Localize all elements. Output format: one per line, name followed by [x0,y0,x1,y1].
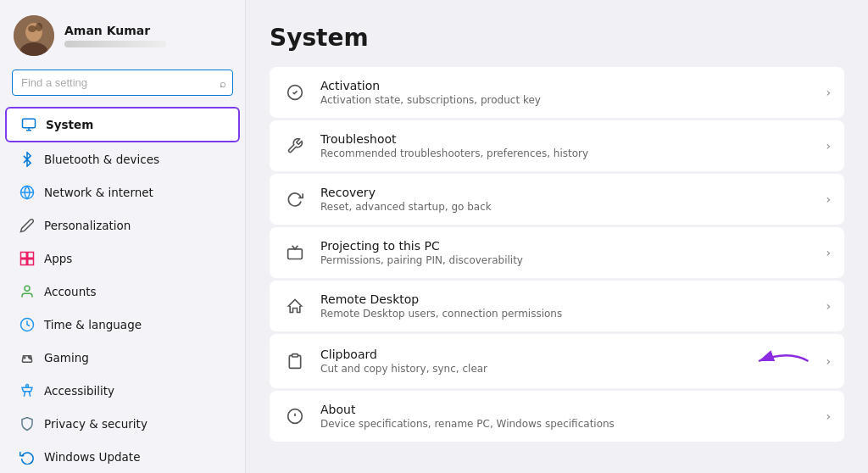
sidebar-item-label-time: Time & language [44,318,226,331]
sidebar-item-system[interactable]: System [5,107,240,142]
sidebar-item-label-personalization: Personalization [44,219,226,232]
sidebar-item-label-accessibility: Accessibility [44,384,226,398]
sidebar-item-accounts[interactable]: Accounts [5,275,240,308]
recovery-text: Recovery Reset, advanced startup, go bac… [320,186,812,213]
sidebar-item-privacy[interactable]: Privacy & security [5,408,240,440]
search-icon: ⌕ [220,76,226,89]
settings-item-activation[interactable]: Activation Activation state, subscriptio… [270,67,844,118]
privacy-icon [19,415,36,432]
accounts-icon [19,283,36,300]
about-chevron: › [826,409,831,423]
sidebar-item-apps[interactable]: Apps [5,242,240,275]
svg-point-20 [26,385,29,387]
sidebar-item-bluetooth[interactable]: Bluetooth & devices [5,143,240,175]
activation-icon [283,81,307,104]
sidebar-item-time[interactable]: Time & language [5,309,240,341]
activation-desc: Activation state, subscriptions, product… [320,94,812,106]
about-icon [283,404,307,428]
about-text: About Device specifications, rename PC, … [320,403,812,430]
clipboard-title: Clipboard [320,348,722,361]
activation-title: Activation [320,79,812,92]
sidebar-item-label-network: Network & internet [44,186,226,199]
nav-list: System Bluetooth & devices Network & int… [0,103,245,473]
sidebar-item-label-system: System [46,118,225,131]
svg-rect-12 [21,259,27,265]
svg-rect-10 [21,253,27,259]
about-desc: Device specifications, rename PC, Window… [320,418,812,430]
svg-rect-5 [23,119,36,128]
network-icon [19,184,36,201]
clipboard-chevron: › [826,354,831,368]
gaming-icon [19,349,36,366]
search-box[interactable]: ⌕ [12,70,233,96]
recovery-desc: Reset, advanced startup, go back [320,201,812,213]
time-icon [19,316,36,333]
bluetooth-icon [19,151,36,168]
svg-point-3 [28,25,36,32]
sidebar-item-label-windows-update: Windows Update [44,450,226,464]
settings-item-recovery[interactable]: Recovery Reset, advanced startup, go bac… [270,174,844,225]
remote-desktop-text: Remote Desktop Remote Desktop users, con… [320,292,812,320]
remote-desktop-desc: Remote Desktop users, connection permiss… [320,308,812,320]
sidebar-item-windows-update[interactable]: Windows Update [5,441,240,473]
sidebar-item-gaming[interactable]: Gaming [5,342,240,374]
user-name: Aman Kumar [64,24,166,37]
projecting-text: Projecting to this PC Permissions, pairi… [320,239,812,266]
user-profile: Aman Kumar [0,0,245,66]
sidebar-item-accessibility[interactable]: Accessibility [5,375,240,407]
troubleshoot-icon [283,134,307,158]
page-title: System [270,24,844,52]
sidebar-item-label-accounts: Accounts [44,285,226,298]
recovery-chevron: › [826,192,831,206]
svg-rect-11 [28,253,34,259]
sidebar-item-network[interactable]: Network & internet [5,176,240,209]
svg-rect-23 [292,354,298,357]
remote-desktop-chevron: › [826,299,831,313]
windows-update-icon [19,448,36,465]
remote-desktop-title: Remote Desktop [320,292,812,306]
troubleshoot-title: Troubleshoot [320,132,812,146]
avatar [14,15,54,56]
troubleshoot-text: Troubleshoot Recommended troubleshooters… [320,132,812,159]
sidebar-item-label-gaming: Gaming [44,351,226,364]
clipboard-arrow-annotation [736,346,812,376]
settings-item-clipboard[interactable]: Clipboard Cut and copy history, sync, cl… [270,334,844,388]
about-title: About [320,403,812,416]
settings-item-troubleshoot[interactable]: Troubleshoot Recommended troubleshooters… [270,120,844,171]
settings-item-remote-desktop[interactable]: Remote Desktop Remote Desktop users, con… [270,281,844,331]
projecting-icon [283,241,307,264]
main-content: System Activation Activation state, subs… [246,0,868,473]
sidebar-item-label-bluetooth: Bluetooth & devices [44,153,226,166]
recovery-icon [283,187,307,211]
activation-chevron: › [826,86,831,99]
clipboard-text: Clipboard Cut and copy history, sync, cl… [320,348,722,375]
projecting-chevron: › [826,246,831,259]
svg-rect-13 [28,259,34,265]
settings-list: Activation Activation state, subscriptio… [270,67,844,442]
sidebar: Aman Kumar ⌕ System Bluetooth & devices … [0,0,246,473]
settings-item-projecting[interactable]: Projecting to this PC Permissions, pairi… [270,227,844,278]
activation-text: Activation Activation state, subscriptio… [320,79,812,106]
recovery-title: Recovery [320,186,812,199]
sidebar-item-personalization[interactable]: Personalization [5,209,240,242]
projecting-desc: Permissions, pairing PIN, discoverabilit… [320,254,812,266]
remote-desktop-icon [283,294,307,318]
settings-item-about[interactable]: About Device specifications, rename PC, … [270,391,844,442]
search-input[interactable] [12,70,233,96]
svg-point-14 [25,286,30,291]
svg-point-4 [36,23,42,31]
accessibility-icon [19,382,36,399]
sidebar-item-label-apps: Apps [44,252,226,265]
personalization-icon [19,217,36,234]
apps-icon [19,250,36,267]
projecting-title: Projecting to this PC [320,239,812,253]
svg-rect-22 [288,249,303,259]
clipboard-desc: Cut and copy history, sync, clear [320,363,722,375]
troubleshoot-desc: Recommended troubleshooters, preferences… [320,147,812,159]
user-info: Aman Kumar [64,24,166,47]
troubleshoot-chevron: › [826,139,831,153]
system-icon [20,116,37,133]
clipboard-icon [283,349,307,373]
sidebar-item-label-privacy: Privacy & security [44,417,226,431]
user-subtitle [64,41,166,47]
